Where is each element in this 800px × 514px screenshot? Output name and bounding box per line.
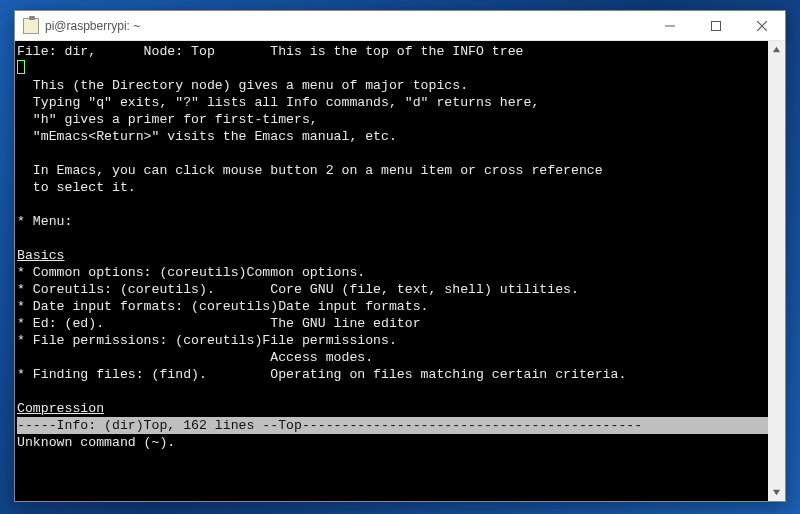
menu-item: * Common options: (coreutils)Common opti… — [17, 265, 365, 280]
body-line: "h" gives a primer for first-timers, — [17, 112, 318, 127]
scroll-track[interactable] — [768, 58, 785, 484]
body-line: This (the Directory node) gives a menu o… — [17, 78, 468, 93]
body-line: "mEmacs<Return>" visits the Emacs manual… — [17, 129, 397, 144]
body-line: to select it. — [17, 180, 136, 195]
svg-rect-1 — [712, 21, 721, 30]
content-row: File: dir, Node: Top This is the top of … — [15, 41, 785, 501]
putty-window: pi@raspberrypi: ~ File: dir, Node: Top T… — [14, 10, 786, 502]
scrollbar[interactable] — [768, 41, 785, 501]
menu-item: * Ed: (ed). The GNU line editor — [17, 316, 421, 331]
menu-item: * Coreutils: (coreutils). Core GNU (file… — [17, 282, 579, 297]
putty-icon — [23, 18, 39, 34]
body-line: * Menu: — [17, 214, 72, 229]
info-header: File: dir, Node: Top This is the top of … — [17, 44, 523, 59]
menu-item: * Date input formats: (coreutils)Date in… — [17, 299, 429, 314]
close-button[interactable] — [739, 11, 785, 40]
svg-rect-0 — [665, 25, 675, 26]
body-line: Typing "q" exits, "?" lists all Info com… — [17, 95, 539, 110]
cursor — [17, 60, 25, 74]
titlebar[interactable]: pi@raspberrypi: ~ — [15, 11, 785, 41]
minimize-button[interactable] — [647, 11, 693, 40]
window-controls — [647, 11, 785, 40]
terminal[interactable]: File: dir, Node: Top This is the top of … — [15, 41, 768, 501]
menu-item: Access modes. — [17, 350, 373, 365]
scroll-up-button[interactable] — [768, 41, 785, 58]
menu-item: * Finding files: (find). Operating on fi… — [17, 367, 626, 382]
info-status-line: -----Info: (dir)Top, 162 lines --Top----… — [17, 417, 768, 434]
maximize-button[interactable] — [693, 11, 739, 40]
section-basics: Basics — [17, 248, 64, 263]
menu-item: * File permissions: (coreutils)File perm… — [17, 333, 397, 348]
echo-line: Unknown command (~). — [17, 435, 175, 450]
body-line: In Emacs, you can click mouse button 2 o… — [17, 163, 603, 178]
section-compression: Compression — [17, 401, 104, 416]
scroll-down-button[interactable] — [768, 484, 785, 501]
window-title: pi@raspberrypi: ~ — [45, 19, 647, 33]
